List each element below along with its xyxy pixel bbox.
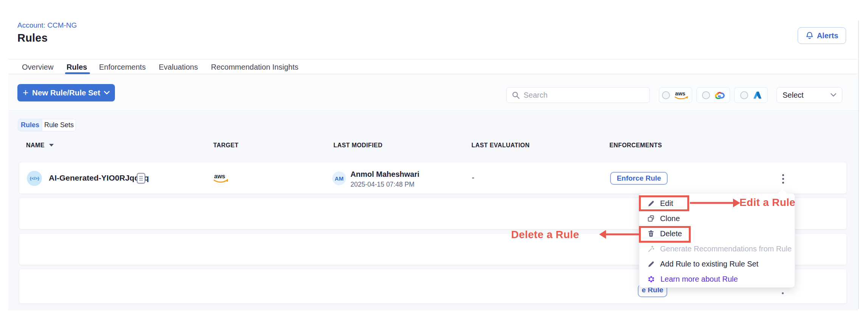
tab-rules[interactable]: Rules [67, 63, 87, 72]
aida-flower-icon [648, 276, 655, 283]
new-rule-button[interactable]: + New Rule/Rule Set [17, 84, 115, 101]
pill-rules[interactable]: Rules [18, 119, 42, 131]
rules-page: Account: CCM-NG Rules Alerts Overview Ru… [0, 0, 868, 315]
modified-by-avatar: AM [332, 172, 346, 185]
aws-logo-icon: aws [673, 90, 689, 100]
gcp-logo-icon [713, 90, 725, 100]
pencil-icon [648, 200, 654, 207]
menu-item-clone[interactable]: Clone [639, 211, 795, 226]
rules-rulesets-toggle: Rules Rule Sets [18, 119, 76, 131]
azure-logo-icon [752, 90, 762, 100]
rule-name: AI-Generated-YIO0RJqqqq [49, 173, 149, 182]
svg-text:{</>}: {</>} [30, 176, 39, 181]
column-header-enforcements: ENFORCEMENTS [609, 142, 662, 149]
column-header-target: TARGET [213, 142, 239, 149]
row-kebab-menu-partial[interactable] [782, 292, 784, 294]
pencil-icon [648, 260, 654, 267]
select-dropdown[interactable]: Select [777, 87, 842, 103]
toolbar-strip [8, 75, 858, 111]
code-rule-icon: {</>} [29, 175, 39, 182]
menu-item-generate-recommendations: Generate Recommendations from Rule [639, 241, 795, 256]
page-title: Rules [17, 32, 48, 44]
alerts-button-label: Alerts [817, 31, 839, 40]
menu-caret [778, 189, 787, 194]
chevron-down-icon [831, 93, 836, 97]
menu-item-edit[interactable]: Edit [639, 196, 795, 211]
last-evaluation-value: - [472, 173, 474, 182]
rule-context-menu: Edit Clone Delete [639, 193, 795, 288]
tab-recommendation-insights[interactable]: Recommendation Insights [211, 63, 298, 72]
filter-chip-azure[interactable] [734, 87, 768, 103]
modified-date: 2025-04-15 07:48 PM [350, 181, 414, 189]
clone-icon [648, 215, 654, 222]
search-icon [512, 91, 520, 99]
radio-azure[interactable] [740, 91, 748, 99]
sort-desc-icon [49, 144, 54, 147]
chevron-down-icon [104, 91, 110, 95]
rule-details-icon[interactable] [136, 173, 146, 184]
enforce-rule-button[interactable]: Enforce Rule [610, 172, 668, 185]
menu-item-delete[interactable]: Delete [639, 226, 795, 241]
search-input[interactable] [524, 91, 644, 100]
column-header-last-modified: LAST MODIFIED [333, 142, 383, 149]
column-header-last-evaluation: LAST EVALUATION [471, 142, 530, 149]
magic-wand-icon [648, 245, 654, 252]
tab-overview[interactable]: Overview [22, 63, 53, 72]
breadcrumb-account-link[interactable]: Account: CCM-NG [17, 21, 77, 30]
bell-icon [806, 31, 814, 40]
menu-item-learn-more[interactable]: Learn more about Rule [639, 271, 795, 287]
filter-chip-gcp[interactable] [696, 87, 730, 103]
search-box [506, 87, 650, 103]
svg-text:aws: aws [214, 173, 225, 179]
radio-aws[interactable] [662, 91, 670, 99]
pill-rule-sets[interactable]: Rule Sets [42, 119, 76, 131]
tab-enforcements[interactable]: Enforcements [99, 63, 146, 72]
modified-by-name: Anmol Maheshwari [350, 170, 419, 179]
row-kebab-menu[interactable] [780, 173, 786, 185]
trash-icon [648, 230, 654, 237]
column-header-name[interactable]: NAME [26, 142, 54, 149]
menu-item-add-to-rule-set[interactable]: Add Rule to existing Rule Set [639, 256, 795, 271]
select-value: Select [783, 91, 804, 100]
plus-icon: + [23, 87, 28, 97]
filter-chip-aws[interactable]: aws [659, 87, 692, 103]
right-divider [858, 20, 859, 309]
table-row[interactable]: {</>} AI-Generated-YIO0RJqqqq aws AM Anm… [19, 162, 847, 194]
rule-avatar: {</>} [27, 171, 42, 186]
svg-text:aws: aws [675, 90, 685, 97]
tab-bar: Overview Rules Enforcements Evaluations … [8, 59, 858, 74]
alerts-button[interactable]: Alerts [798, 27, 846, 44]
aws-target-icon: aws [212, 172, 229, 184]
radio-gcp[interactable] [702, 91, 710, 99]
tab-evaluations[interactable]: Evaluations [159, 63, 198, 72]
new-rule-button-label: New Rule/Rule Set [32, 88, 100, 97]
active-tab-underline [65, 72, 90, 74]
